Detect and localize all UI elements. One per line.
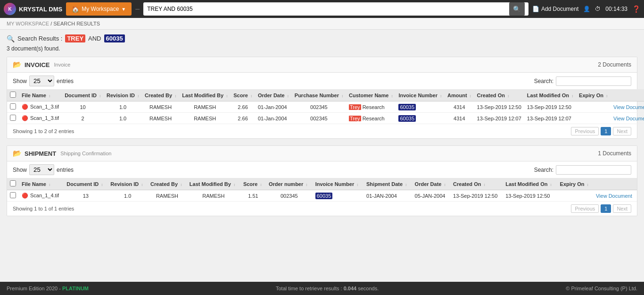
header-right: 📄 Add Document 👤 ⏱ 00:14:33 ❓ [532, 5, 640, 13]
row-revid: 1.0 [104, 113, 142, 124]
row-orderdate: 01-Jan-2004 [255, 101, 292, 113]
header: K KRYSTAL DMS 🏠 My Workspace ▼ – 🔍 📄 Add… [0, 0, 644, 18]
table-row: 🔴Scan_1_3.tif 10 1.0 RAMESH RAMESH 2.66 … [7, 101, 644, 113]
shipment-page-1-button[interactable]: 1 [601, 204, 611, 213]
row-invoicenum: 60035 [396, 113, 445, 124]
row-createdby: RAMESH [142, 101, 179, 113]
ship-row-lastmodby: RAMESH [187, 190, 240, 202]
view-document-link[interactable]: View Document [613, 104, 644, 110]
search-button[interactable]: 🔍 [509, 2, 525, 16]
workspace-button[interactable]: 🏠 My Workspace ▼ [66, 2, 132, 16]
file-type-icon: 🔴 [22, 115, 28, 121]
row-docid: 10 [62, 101, 104, 113]
row-expiry [576, 113, 611, 124]
ship-row-ordernum: 002345 [266, 190, 313, 202]
highlight-trey: Trey [349, 116, 361, 121]
shipment-next-button[interactable]: Next [613, 204, 631, 213]
shipment-show-label: Show [13, 167, 27, 173]
search-input[interactable] [147, 6, 509, 12]
ship-row-action[interactable]: View Document [593, 190, 637, 202]
app-logo: K [4, 3, 16, 15]
col-filename: File Name ↕ [19, 89, 62, 101]
col-lastmod: Last Modified By ↕ [179, 89, 231, 101]
app-name: KRYSTAL DMS [19, 6, 62, 13]
ship-row-createdby: RAMESH [148, 190, 187, 202]
select-all-checkbox[interactable] [10, 92, 16, 98]
operator-text: AND [88, 35, 101, 42]
shipment-search-input[interactable] [556, 165, 631, 175]
row-customername: Trey Research [346, 101, 396, 113]
shipment-entries-select[interactable]: 2550100 [29, 164, 54, 175]
row-checkbox[interactable] [7, 113, 19, 124]
row-filename: 🔴Scan_1_3.tif [19, 113, 62, 124]
invoice-section: 📂 INVOICE Invoice 2 Documents Show 25501… [7, 57, 637, 139]
invoice-next-button[interactable]: Next [613, 127, 631, 135]
invoice-page-1-button[interactable]: 1 [601, 127, 611, 135]
row-customername: Trey Research [346, 113, 396, 124]
col-revid: Revision ID ↕ [104, 89, 142, 101]
ship-col-ordernum: Order number ↕ [266, 178, 313, 190]
entries-select[interactable]: 2550100 [29, 76, 54, 86]
breadcrumb-home[interactable]: MY WORKSPACE [7, 21, 49, 26]
shipment-table-controls: Show 2550100 entries Search: [7, 161, 637, 178]
search-icon: 🔍 [513, 6, 521, 13]
ship-row-checkbox[interactable] [7, 190, 19, 202]
shipment-type: SHIPMENT [25, 150, 56, 157]
folder-icon: 📂 [13, 60, 22, 69]
row-orderdate: 01-Jan-2004 [255, 113, 292, 124]
row-amount: 4314 [445, 101, 474, 113]
invoice-subtype: Invoice [54, 62, 70, 67]
row-action[interactable]: View Document [611, 113, 644, 124]
ship-col-expiry: Expiry On ↕ [557, 178, 593, 190]
shipment-section-header: 📂 SHIPMENT Shipping Confirmation 1 Docum… [7, 146, 637, 161]
row-checkbox[interactable] [7, 101, 19, 113]
document-icon: 📄 [532, 6, 539, 12]
shipment-search-label: Search: [534, 167, 553, 173]
shipment-prev-button[interactable]: Previous [571, 204, 599, 213]
shipment-title-area: 📂 SHIPMENT Shipping Confirmation [13, 149, 111, 158]
ship-row-orderdate: 05-JAN-2004 [412, 190, 451, 202]
found-count: 3 document(s) found. [7, 45, 637, 52]
invoice-prev-button[interactable]: Previous [571, 127, 599, 135]
ship-view-document-link[interactable]: View Document [596, 193, 632, 199]
col-docid: Document ID ↕ [62, 89, 104, 101]
search-results-icon: 🔍 [7, 35, 15, 42]
ship-select-all[interactable] [10, 180, 16, 186]
view-document-link[interactable]: View Document [613, 116, 644, 121]
file-type-icon: 🔴 [22, 193, 28, 198]
keyword-trey: TREY [65, 34, 85, 42]
search-results-title: 🔍 Search Results : TREY AND 60035 [7, 34, 637, 42]
col-createdby: Created By ↕ [142, 89, 179, 101]
keyword-60035: 60035 [104, 34, 125, 42]
ship-col-lastmodon: Last Modified On ↕ [503, 178, 557, 190]
row-lastmodon: 13-Sep-2019 12:50 [524, 101, 576, 113]
ship-row-revid: 1.0 [107, 190, 148, 202]
breadcrumb: MY WORKSPACE / SEARCH RESULTS [0, 18, 644, 30]
add-document-button[interactable]: 📄 Add Document [532, 6, 578, 12]
ship-row-docid: 13 [64, 190, 107, 202]
row-lastmodby: RAMESH [179, 101, 231, 113]
file-type-icon: 🔴 [22, 104, 28, 110]
col-customername: Customer Name ↕ [346, 89, 396, 101]
show-entries: Show 2550100 entries [13, 76, 74, 86]
shipment-table-search: Search: [534, 165, 631, 175]
ship-col-orderdate: Order Date ↕ [412, 178, 451, 190]
shipment-subtype: Shipping Confirmation [60, 151, 111, 156]
col-checkbox [7, 89, 19, 101]
ship-col-filename: File Name ↕ [19, 178, 64, 190]
help-button[interactable]: ❓ [632, 5, 640, 13]
ship-col-shipdate: Shipment Date ↕ [363, 178, 412, 190]
highlight-60035: 60035 [398, 115, 416, 122]
shipment-show-entries: Show 2550100 entries [13, 164, 74, 175]
ship-row-shipdate: 01-JAN-2004 [363, 190, 412, 202]
breadcrumb-current: SEARCH RESULTS [53, 21, 100, 26]
home-icon: 🏠 [72, 6, 79, 13]
shipment-section: 📂 SHIPMENT Shipping Confirmation 1 Docum… [7, 145, 637, 216]
row-lastmodby: RAMESH [179, 113, 231, 124]
row-action[interactable]: View Document [611, 101, 644, 113]
row-filename: 🔴Scan_1_3.tif [19, 101, 62, 113]
col-expiry: Expiry On ↕ [576, 89, 611, 101]
invoice-table-header: File Name ↕ Document ID ↕ Revision ID ↕ … [7, 89, 644, 101]
row-amount: 4314 [445, 113, 474, 124]
invoice-search-input[interactable] [556, 76, 631, 86]
